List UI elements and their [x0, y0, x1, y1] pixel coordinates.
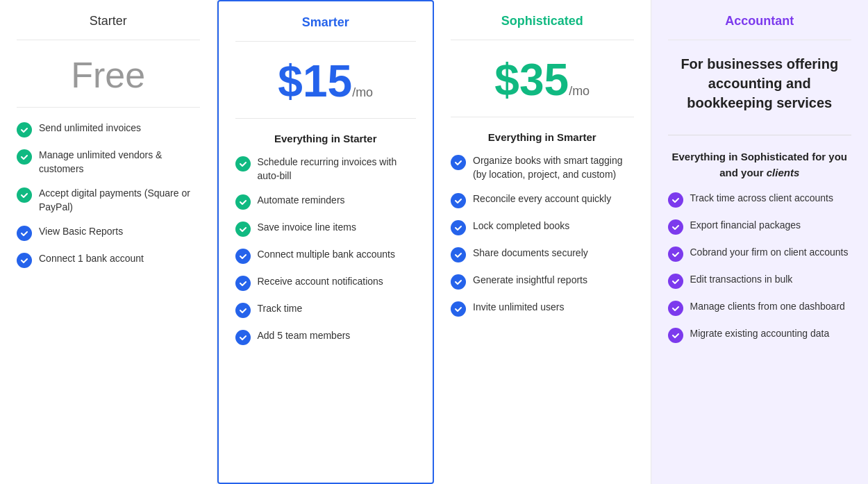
feature-text: View Basic Reports — [39, 225, 123, 239]
check-icon — [235, 194, 251, 210]
check-icon — [17, 226, 32, 241]
sophisticated-price-area: $35 /mo — [451, 54, 634, 117]
list-item: Lock completed books — [451, 219, 634, 235]
sophisticated-section-header: Everything in Smarter — [451, 131, 634, 143]
check-icon — [668, 301, 683, 316]
list-item: Send unlimited invoices — [17, 122, 200, 137]
starter-features: Send unlimited invoices Manage unlimited… — [17, 122, 200, 268]
list-item: Migrate existing accounting data — [668, 327, 852, 343]
list-item: View Basic Reports — [17, 225, 200, 241]
sophisticated-features: Organize books with smart tagging (by lo… — [451, 154, 634, 317]
check-icon — [235, 330, 251, 345]
smarter-price-area: $15 /mo — [235, 56, 417, 119]
smarter-price-suffix: /mo — [352, 85, 373, 100]
feature-text: Receive account notifications — [258, 275, 383, 289]
check-icon — [451, 193, 466, 208]
accountant-features: Track time across client accounts Export… — [668, 192, 852, 343]
check-icon — [235, 276, 251, 291]
check-icon — [668, 328, 683, 343]
check-icon — [451, 220, 466, 235]
accountant-subheader: Everything in Sophisticated for you and … — [668, 149, 852, 181]
list-item: Receive account notifications — [235, 275, 417, 291]
smarter-price: $15 — [278, 56, 352, 107]
list-item: Accept digital payments (Square or PayPa… — [17, 187, 200, 214]
check-icon — [451, 301, 466, 317]
check-icon — [17, 187, 32, 203]
feature-text: Send unlimited invoices — [39, 122, 141, 135]
list-item: Manage clients from one dashboard — [668, 300, 852, 316]
feature-text: Add 5 team members — [258, 329, 351, 343]
smarter-section-header: Everything in Starter — [235, 133, 417, 144]
list-item: Share documents securely — [451, 247, 634, 262]
feature-text: Invite unlimited users — [473, 301, 565, 315]
check-icon — [451, 155, 466, 170]
check-icon — [17, 253, 32, 268]
check-icon — [235, 249, 251, 264]
starter-title: Starter — [17, 14, 200, 40]
check-icon — [451, 274, 466, 290]
col-sophisticated: Sophisticated $35 /mo Everything in Smar… — [434, 0, 651, 484]
list-item: Connect multiple bank accounts — [235, 248, 417, 264]
col-smarter: Smarter $15 /mo Everything in Starter Sc… — [217, 0, 435, 484]
feature-text: Lock completed books — [473, 219, 569, 233]
check-icon — [17, 122, 32, 137]
check-icon — [668, 219, 683, 235]
feature-text: Save invoice line items — [258, 221, 356, 235]
list-item: Connect 1 bank account — [17, 252, 200, 268]
list-item: Automate reminders — [235, 194, 417, 210]
check-icon — [235, 303, 251, 318]
feature-text: Accept digital payments (Square or PayPa… — [39, 187, 200, 214]
feature-text: Migrate existing accounting data — [690, 327, 830, 341]
check-icon — [668, 247, 683, 262]
check-icon — [668, 274, 683, 289]
check-icon — [235, 156, 251, 172]
sophisticated-title: Sophisticated — [451, 14, 634, 40]
list-item: Reconcile every account quickly — [451, 192, 634, 208]
feature-text: Track time — [258, 302, 303, 316]
pricing-grid: Starter Free Send unlimited invoices Man… — [0, 0, 868, 484]
accountant-price-area: For businesses offering accounting and b… — [668, 54, 852, 135]
list-item: Add 5 team members — [235, 329, 417, 345]
feature-text: Cobrand your firm on client accounts — [690, 246, 849, 260]
check-icon — [451, 247, 466, 262]
list-item: Track time across client accounts — [668, 192, 852, 208]
list-item: Manage unlimited vendors & customers — [17, 149, 200, 176]
starter-price: Free — [17, 54, 200, 96]
feature-text: Manage unlimited vendors & customers — [39, 149, 200, 176]
check-icon — [17, 149, 32, 165]
list-item: Schedule recurring invoices with auto-bi… — [235, 156, 417, 183]
feature-text: Schedule recurring invoices with auto-bi… — [258, 156, 417, 183]
feature-text: Manage clients from one dashboard — [690, 300, 845, 314]
list-item: Export financial packages — [668, 219, 852, 235]
accountant-section-header: For businesses offering accounting and b… — [668, 54, 852, 112]
col-starter: Starter Free Send unlimited invoices Man… — [0, 0, 217, 484]
feature-text: Track time across client accounts — [690, 192, 833, 206]
list-item: Save invoice line items — [235, 221, 417, 237]
check-icon — [235, 222, 251, 237]
smarter-title: Smarter — [235, 15, 417, 42]
sophisticated-price: $35 — [494, 54, 569, 106]
col-accountant: Accountant For businesses offering accou… — [651, 0, 869, 484]
starter-price-area: Free — [17, 54, 200, 108]
feature-text: Organize books with smart tagging (by lo… — [473, 154, 634, 181]
list-item: Edit transactions in bulk — [668, 273, 852, 289]
feature-text: Connect 1 bank account — [39, 252, 144, 266]
feature-text: Generate insightful reports — [473, 274, 587, 287]
feature-text: Reconcile every account quickly — [473, 192, 611, 206]
feature-text: Export financial packages — [690, 219, 801, 233]
list-item: Track time — [235, 302, 417, 318]
list-item: Organize books with smart tagging (by lo… — [451, 154, 634, 181]
sophisticated-price-suffix: /mo — [569, 84, 590, 99]
feature-text: Connect multiple bank accounts — [258, 248, 395, 262]
check-icon — [668, 192, 683, 208]
list-item: Generate insightful reports — [451, 274, 634, 290]
feature-text: Automate reminders — [258, 194, 345, 208]
list-item: Cobrand your firm on client accounts — [668, 246, 852, 262]
list-item: Invite unlimited users — [451, 301, 634, 317]
smarter-features: Schedule recurring invoices with auto-bi… — [235, 156, 417, 345]
accountant-title: Accountant — [668, 14, 852, 40]
feature-text: Edit transactions in bulk — [690, 273, 793, 287]
feature-text: Share documents securely — [473, 247, 588, 260]
